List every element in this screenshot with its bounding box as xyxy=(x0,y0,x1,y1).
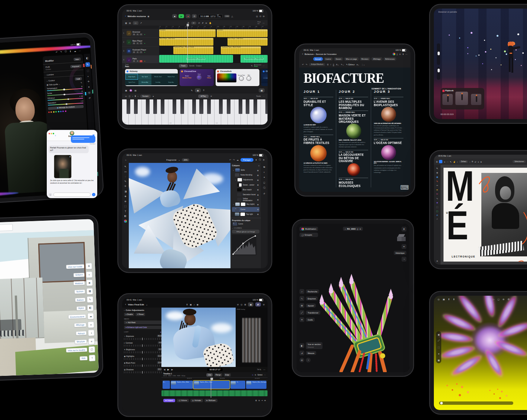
share-icon[interactable]: ⬆ xyxy=(186,303,188,306)
avatar[interactable] xyxy=(70,131,74,135)
tab-track[interactable]: Track xyxy=(179,64,188,68)
record-button[interactable]: ● xyxy=(186,14,190,18)
photo-attachment[interactable]: ⊗ xyxy=(54,155,72,178)
layer-row[interactable]: ⌄Sky (right)◉ xyxy=(232,202,259,207)
font-selector[interactable]: Antipol Medium xyxy=(309,63,325,66)
back-icon[interactable]: ‹ xyxy=(124,309,125,311)
list-icon[interactable]: ⋮⌄ xyxy=(361,63,365,66)
settings-icon[interactable]: ⚙ xyxy=(507,298,510,301)
mode-range[interactable]: Range xyxy=(214,373,222,377)
slider-contrast[interactable]: ◐ Contrast4.41 xyxy=(124,341,163,347)
share-button[interactable]: Partager xyxy=(240,158,253,162)
undo-icon[interactable]: ↶ xyxy=(229,159,231,161)
region[interactable]: Bass Player - Indie Disco xyxy=(228,38,268,46)
canvas[interactable] xyxy=(129,163,233,268)
plugin-channeleq[interactable]: Channel EQ xyxy=(261,69,268,86)
tab-sends[interactable]: Sends xyxy=(189,65,194,67)
layers-rail-icon[interactable]: ⧉ xyxy=(264,166,265,168)
sustain-button[interactable]: Sustain xyxy=(140,95,151,98)
back-icon[interactable]: ‹ xyxy=(125,14,126,18)
region[interactable]: Keyboard Player - Simple Pad xyxy=(240,55,268,63)
upload-icon[interactable]: ⬆ xyxy=(448,298,450,301)
tools-menu[interactable]: ✕Outils xyxy=(299,317,320,322)
layer-row[interactable]: Blue match◉ xyxy=(232,187,259,192)
shape-tool-icon[interactable]: ◧ xyxy=(124,214,127,217)
select-button[interactable]: Select xyxy=(258,374,262,376)
region[interactable]: Keyboard Player - Block Chords xyxy=(221,46,261,54)
export-icon[interactable]: ⬆ xyxy=(255,159,257,161)
render-viewport[interactable]: ◎ ▣ ⬆ ⬇ ▷ ◻ ⊕ ⚙ ◉ ⤢ ⬚ ☀ ▦ xyxy=(434,296,527,410)
tab-dessin[interactable]: Dessin xyxy=(334,57,343,61)
tab-mise-en-page[interactable]: Mise en page xyxy=(344,57,359,61)
track-row-keyboard[interactable]: 3 ▤ Keyboard Player MSR ● xyxy=(122,47,159,56)
region-tool[interactable]: ▭ xyxy=(133,21,138,25)
disable-button[interactable]: ◑ Disable xyxy=(124,313,134,316)
highlight-icon[interactable]: ✎⌄ xyxy=(341,63,344,66)
playhead[interactable] xyxy=(211,381,211,398)
waveform-icon[interactable]: ♒ xyxy=(130,89,132,92)
heal-icon[interactable]: ✛ xyxy=(88,80,90,83)
clone-tool-icon[interactable]: ✛ xyxy=(124,185,126,188)
slider-brightness[interactable]: ☀ Brightness9.07 xyxy=(124,348,163,353)
inspect-button[interactable]: ⊞ Inspect xyxy=(163,399,175,402)
tab-inserer[interactable]: Insérer xyxy=(324,57,333,61)
back-icon[interactable]: ‹ xyxy=(302,52,303,56)
tab-references[interactable]: Références xyxy=(383,57,397,61)
eyedropper-icon[interactable]: ✎ xyxy=(81,82,82,84)
mixer-icon[interactable]: ▤ xyxy=(129,22,131,24)
select-tool-icon[interactable]: ↖ xyxy=(436,167,438,170)
track-row-drummer[interactable]: 1 ♪ Drummer MSR ● xyxy=(122,29,159,38)
materials-button[interactable]: Matières◙ xyxy=(73,279,93,286)
region[interactable]: Bass Player - Indie Disco xyxy=(159,38,213,46)
play-icon[interactable]: ▷ xyxy=(493,298,495,301)
save-icon[interactable]: ⬇ xyxy=(453,298,455,301)
edit-icon[interactable]: ✎ xyxy=(85,62,90,67)
more-icon[interactable]: ⋯ xyxy=(446,161,448,163)
flipbook-panel[interactable]: Flipbook xyxy=(441,88,484,109)
fill-tool-icon[interactable]: ◈ xyxy=(125,195,127,198)
more-icon[interactable]: ⋯ xyxy=(263,65,265,67)
plugin-chromaverb[interactable]: ChromaVerb Decay Time Wet xyxy=(216,69,259,86)
color-chip[interactable] xyxy=(124,220,127,223)
slider-exposure[interactable]: ☼ Exposure45.59 xyxy=(124,335,163,340)
next-frame-icon[interactable]: ▶ xyxy=(171,368,173,371)
add-icon[interactable]: ⊕ xyxy=(503,298,504,301)
animate-button[interactable]: ◎ Animate xyxy=(190,399,203,402)
cycle-icon[interactable]: ◎ xyxy=(256,15,258,17)
visibility-icon[interactable]: ◉ xyxy=(257,188,259,191)
cloud-icon[interactable]: ☁ xyxy=(74,49,76,53)
delete-icon[interactable]: ✗ xyxy=(202,22,204,24)
play-surface-button[interactable]: ☛ Play xyxy=(198,95,209,98)
orbit-icon[interactable]: ◔ xyxy=(306,358,311,362)
preset-dropdown[interactable]: Défaut xyxy=(459,160,468,163)
trim-tool[interactable]: ✂ xyxy=(191,22,197,24)
octave-up[interactable]: › xyxy=(138,95,138,97)
lasso-tool-icon[interactable]: ◌ xyxy=(125,175,126,178)
loop-icon[interactable]: ⟳ xyxy=(198,22,200,24)
layer-row-selected[interactable]: ∿Curve◉ xyxy=(232,207,259,212)
back-icon[interactable]: ‹ xyxy=(125,303,126,306)
curves-editor[interactable] xyxy=(232,234,256,255)
share-icon[interactable]: ⬆ xyxy=(69,49,72,53)
slider-saturation[interactable]: Saturation+ 2 xyxy=(48,100,83,105)
timeline-clip[interactable]: Skyline_Blue_Wide xyxy=(171,381,193,389)
eraser-tool-icon[interactable]: ◨ xyxy=(124,190,127,193)
zoom-level[interactable]: 26% xyxy=(182,158,189,161)
document-name[interactable]: Fragmenté xyxy=(166,159,176,161)
home-icon[interactable]: ⌂ xyxy=(125,159,126,161)
curves-section[interactable]: ⌄ COURBES xyxy=(232,227,259,229)
measure-button[interactable]: ⊿Mesure xyxy=(299,351,323,355)
info-rail-icon[interactable]: ⓘ xyxy=(263,186,265,190)
minimize-icon[interactable]: ⊖ xyxy=(263,303,265,306)
trash-icon[interactable]: 🗑 xyxy=(255,400,257,401)
pencil-tool-icon[interactable]: ↗ xyxy=(140,22,142,24)
soften-button[interactable]: Adoucir◑ xyxy=(76,329,95,337)
chevron-left-icon[interactable]: ‹ xyxy=(457,161,458,163)
overwrite-icon[interactable]: ⊞ xyxy=(264,400,266,401)
chevron-right-icon[interactable]: › xyxy=(469,161,470,163)
more-icon[interactable]: ⋯ xyxy=(79,49,81,52)
duplicate-icon[interactable]: ⧉ xyxy=(472,160,473,163)
visibility-icon[interactable]: ◉ xyxy=(257,174,259,176)
zoom-tool-icon[interactable]: ⌕ xyxy=(436,218,438,220)
clipboard-icon[interactable]: ▤ xyxy=(134,89,137,92)
